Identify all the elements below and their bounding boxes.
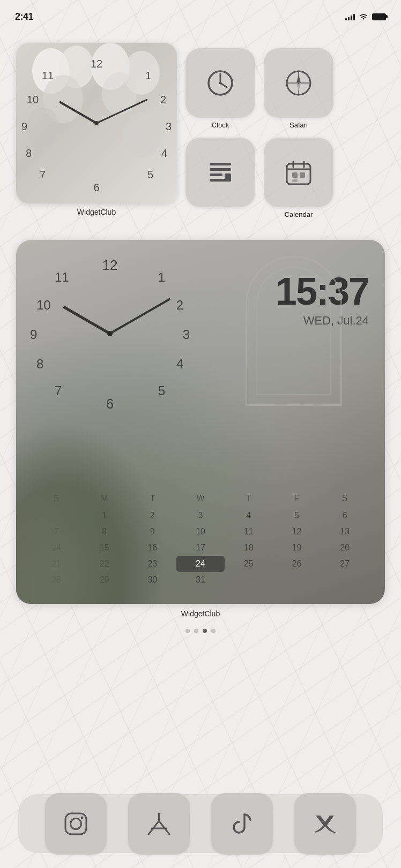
clock-overlay: 12 1 2 3 4 5 6 7 8 9 10 11 (16, 43, 177, 203)
svg-rect-15 (287, 164, 310, 184)
dock-instagram-item[interactable] (45, 793, 107, 855)
calendar-app-item[interactable]: Calendar (264, 138, 333, 218)
svg-rect-20 (300, 172, 305, 178)
top-section: 12 1 2 3 4 5 6 7 8 9 10 11 (0, 27, 401, 229)
wifi-icon (359, 13, 368, 20)
page-dot-4[interactable] (211, 629, 216, 633)
arch-window-inner (256, 267, 331, 395)
svg-rect-14 (225, 173, 231, 182)
widget-club-card[interactable]: 12 1 2 3 4 5 6 7 8 9 10 11 (16, 43, 177, 203)
clock-app-item[interactable]: Clock (185, 48, 255, 129)
hour-hand (59, 101, 97, 124)
calendar-app-label: Calendar (285, 210, 313, 218)
foliage-left2 (16, 454, 123, 604)
dock (18, 794, 383, 853)
svg-rect-11 (210, 168, 231, 171)
widget-large-inner: 12 1 2 3 4 5 6 7 8 9 10 11 (16, 240, 385, 604)
clock-app-icon[interactable] (185, 48, 255, 118)
widget-large-card[interactable]: 12 1 2 3 4 5 6 7 8 9 10 11 (16, 240, 385, 604)
widget-club-small[interactable]: 12 1 2 3 4 5 6 7 8 9 10 11 (16, 43, 177, 216)
app-icons-grid: Clock Safari (185, 43, 333, 218)
twitter-svg-icon (310, 809, 340, 839)
svg-point-24 (81, 816, 84, 819)
large-minute-hand (109, 298, 171, 334)
battery-icon (372, 13, 386, 20)
safari-svg-icon (283, 67, 315, 99)
news-app-icon[interactable] (185, 138, 255, 207)
svg-point-23 (71, 818, 81, 829)
safari-app-label: Safari (289, 121, 308, 129)
today-marker: 24 (176, 556, 225, 572)
svg-point-4 (219, 82, 222, 85)
dock-twitter-item[interactable] (294, 793, 356, 855)
content-area: 12 1 2 3 4 5 6 7 8 9 10 11 (0, 27, 401, 868)
clock-svg-icon (204, 67, 236, 99)
large-hour-hand (63, 306, 110, 335)
svg-rect-10 (210, 163, 231, 165)
large-widget-clock: 12 1 2 3 4 5 6 7 8 9 10 11 (27, 251, 193, 417)
appstore-svg-icon (144, 809, 174, 839)
dock-instagram-icon[interactable] (45, 793, 107, 855)
widget-club-small-label: WidgetClub (16, 208, 177, 216)
clock-app-label: Clock (212, 121, 229, 129)
minute-hand (96, 99, 147, 124)
page-dot-2[interactable] (194, 629, 198, 633)
svg-marker-9 (296, 83, 301, 92)
dock-tiktok-icon[interactable] (211, 793, 273, 855)
tiktok-svg-icon (227, 809, 257, 839)
news-app-item[interactable] (185, 138, 255, 218)
calendar-app-icon[interactable] (264, 138, 333, 207)
page-dot-3-active[interactable] (203, 629, 207, 633)
clock-center (94, 121, 99, 125)
dock-appstore-item[interactable] (128, 793, 190, 855)
safari-app-icon[interactable] (264, 48, 333, 118)
svg-rect-12 (210, 173, 222, 176)
widget-large-label: WidgetClub (16, 609, 385, 618)
large-widget-section: 12 1 2 3 4 5 6 7 8 9 10 11 (0, 229, 401, 618)
svg-rect-21 (292, 179, 298, 182)
status-bar: 2:41 (0, 0, 401, 27)
svg-rect-22 (65, 813, 86, 834)
large-clock-center (107, 331, 113, 336)
signal-icon (345, 13, 355, 20)
dock-appstore-icon[interactable] (128, 793, 190, 855)
status-icons (345, 13, 386, 20)
widget-club-large-wrapper[interactable]: 12 1 2 3 4 5 6 7 8 9 10 11 (16, 240, 385, 618)
page-dot-1[interactable] (185, 629, 190, 633)
safari-app-item[interactable]: Safari (264, 48, 333, 129)
svg-marker-8 (296, 74, 301, 83)
svg-rect-19 (292, 172, 298, 178)
widget-bg: 12 1 2 3 4 5 6 7 8 9 10 11 (16, 43, 177, 203)
dock-tiktok-item[interactable] (211, 793, 273, 855)
instagram-svg-icon (61, 809, 91, 839)
news-svg-icon (204, 156, 236, 188)
calendar-svg-icon (283, 156, 315, 188)
svg-point-0 (363, 18, 365, 20)
dock-twitter-icon[interactable] (294, 793, 356, 855)
status-time: 2:41 (15, 11, 33, 22)
page-dots (0, 629, 401, 633)
